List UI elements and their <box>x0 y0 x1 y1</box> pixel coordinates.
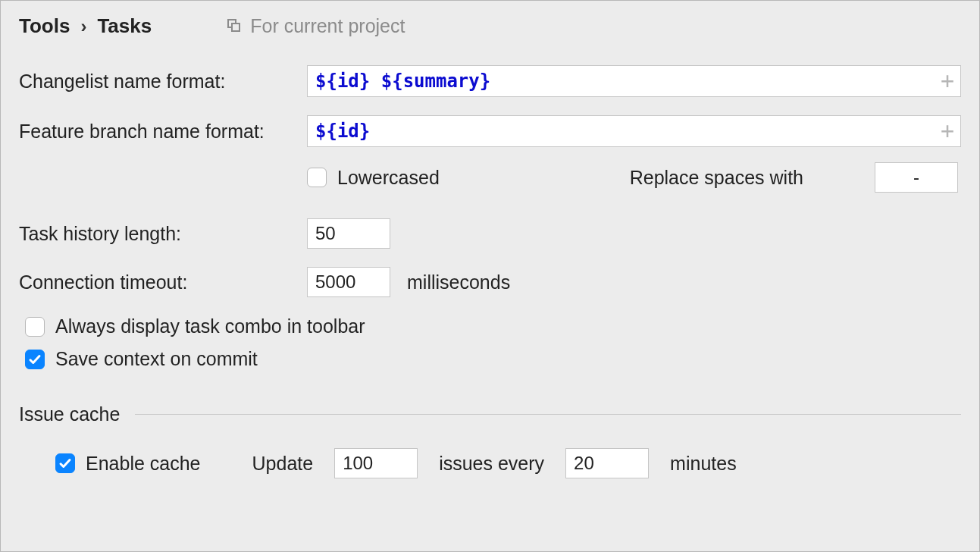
issue-cache-title: Issue cache <box>19 403 120 425</box>
scope-indicator: For current project <box>227 15 405 37</box>
add-variable-icon[interactable]: + <box>941 120 954 143</box>
connection-timeout-input[interactable]: 5000 <box>307 267 390 297</box>
cache-minutes-label: minutes <box>670 453 737 475</box>
save-context-checkbox[interactable] <box>25 350 45 369</box>
scope-label: For current project <box>250 15 405 37</box>
save-context-label: Save context on commit <box>55 348 258 370</box>
section-divider <box>135 414 961 415</box>
issue-cache-section: Issue cache Enable cache Update 100 issu… <box>19 403 961 478</box>
changelist-format-input[interactable]: ${id} ${summary}+ <box>307 65 961 97</box>
task-history-label: Task history length: <box>19 223 307 245</box>
add-variable-icon[interactable]: + <box>941 70 954 93</box>
always-combo-checkbox[interactable] <box>25 317 45 337</box>
replace-spaces-input[interactable]: - <box>875 162 958 193</box>
replace-spaces-label: Replace spaces with <box>630 167 803 189</box>
branch-format-input[interactable]: ${id}+ <box>307 115 961 147</box>
cache-count-input[interactable]: 100 <box>334 448 418 478</box>
lowercased-checkbox[interactable] <box>307 168 327 187</box>
always-combo-label: Always display task combo in toolbar <box>55 315 365 337</box>
project-scope-icon <box>227 19 243 34</box>
enable-cache-label: Enable cache <box>86 453 201 475</box>
milliseconds-label: milliseconds <box>407 271 510 293</box>
connection-timeout-label: Connection timeout: <box>19 271 307 293</box>
enable-cache-checkbox[interactable] <box>55 453 75 473</box>
breadcrumb: Tools › Tasks For current project <box>19 14 961 38</box>
cache-update-label: Update <box>252 453 314 475</box>
cache-issues-every-label: issues every <box>439 453 544 475</box>
changelist-format-label: Changelist name format: <box>19 71 307 93</box>
breadcrumb-parent[interactable]: Tools <box>19 14 70 38</box>
cache-minutes-input[interactable]: 20 <box>565 448 649 478</box>
task-history-input[interactable]: 50 <box>307 218 390 249</box>
breadcrumb-current: Tasks <box>97 14 152 38</box>
chevron-right-icon: › <box>80 16 86 37</box>
settings-panel: Tools › Tasks For current project Change… <box>0 0 980 552</box>
lowercased-label: Lowercased <box>337 167 440 189</box>
branch-format-label: Feature branch name format: <box>19 121 307 143</box>
